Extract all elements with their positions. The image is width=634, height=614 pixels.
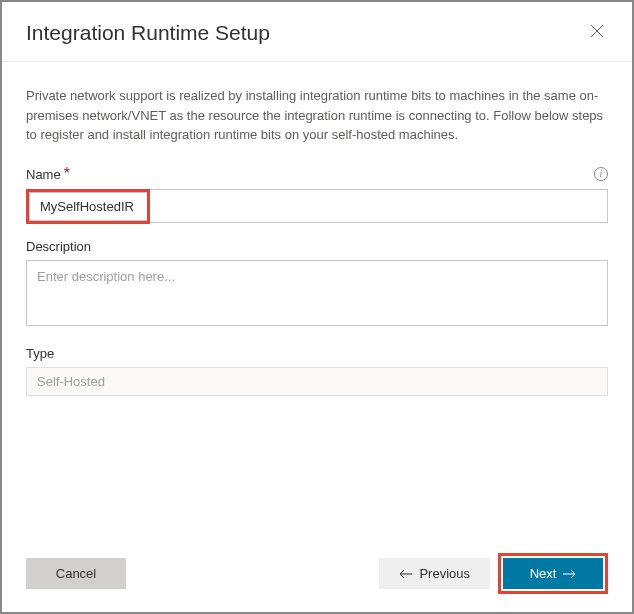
previous-button[interactable]: Previous xyxy=(379,558,490,589)
cancel-button[interactable]: Cancel xyxy=(26,558,126,589)
dialog-footer: Cancel Previous Next xyxy=(2,535,632,612)
dialog-title: Integration Runtime Setup xyxy=(26,21,270,45)
type-field-group: Type xyxy=(26,346,608,396)
description-label: Description xyxy=(26,239,91,254)
name-label: Name xyxy=(26,167,61,182)
dialog-content: Private network support is realized by i… xyxy=(2,62,632,396)
cancel-button-label: Cancel xyxy=(56,566,96,581)
arrow-left-icon xyxy=(399,569,413,579)
name-field-group: Name* i xyxy=(26,165,608,223)
info-icon[interactable]: i xyxy=(594,167,608,181)
intro-paragraph: Private network support is realized by i… xyxy=(26,86,608,145)
name-input-remainder[interactable] xyxy=(150,189,608,223)
name-highlight-box xyxy=(26,189,150,224)
description-field-group: Description xyxy=(26,239,608,330)
next-button[interactable]: Next xyxy=(503,558,603,589)
required-indicator: * xyxy=(64,165,70,182)
next-button-label: Next xyxy=(530,566,557,581)
previous-button-label: Previous xyxy=(419,566,470,581)
type-input xyxy=(26,367,608,396)
close-icon xyxy=(590,24,604,38)
close-button[interactable] xyxy=(586,20,608,45)
type-label: Type xyxy=(26,346,54,361)
next-highlight-box: Next xyxy=(498,553,608,594)
arrow-right-icon xyxy=(562,569,576,579)
name-input[interactable] xyxy=(29,192,147,221)
description-input[interactable] xyxy=(26,260,608,326)
dialog-header: Integration Runtime Setup xyxy=(2,2,632,62)
